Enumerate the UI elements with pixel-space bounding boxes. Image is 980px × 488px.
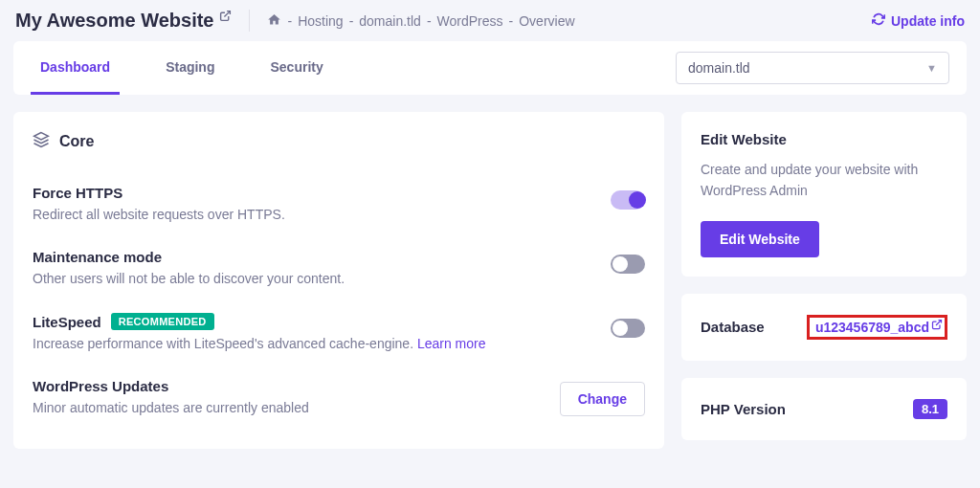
wp-updates-desc: Minor automatic updates are currently en… (33, 400, 560, 415)
litespeed-title: LiteSpeed (33, 314, 101, 330)
php-version-card: PHP Version 8.1 (681, 378, 967, 440)
tab-dashboard[interactable]: Dashboard (31, 41, 120, 95)
breadcrumb: - Hosting - domain.tld - WordPress - Ove… (267, 12, 574, 30)
edit-website-title: Edit Website (701, 131, 947, 147)
external-link-icon (931, 319, 943, 333)
setting-maintenance: Maintenance mode Other users will not be… (33, 235, 645, 299)
edit-website-button[interactable]: Edit Website (701, 221, 819, 257)
core-card: Core Force HTTPS Redirect all website re… (13, 112, 664, 449)
litespeed-toggle[interactable] (611, 319, 645, 338)
domain-select[interactable]: domain.tld ▼ (676, 52, 949, 84)
site-title: My Awesome Website (15, 10, 213, 32)
tabs: Dashboard Staging Security (31, 41, 333, 95)
maintenance-title: Maintenance mode (33, 249, 162, 265)
force-https-toggle[interactable] (611, 190, 645, 210)
breadcrumb-item[interactable]: Overview (519, 13, 574, 29)
tabs-card: Dashboard Staging Security domain.tld ▼ (13, 41, 967, 95)
wp-updates-change-button[interactable]: Change (560, 382, 645, 416)
setting-wp-updates: WordPress Updates Minor automatic update… (33, 365, 645, 430)
domain-selected: domain.tld (688, 60, 750, 76)
home-icon[interactable] (267, 12, 281, 30)
svg-line-2 (936, 320, 942, 325)
breadcrumb-item[interactable]: WordPress (437, 13, 503, 29)
edit-website-card: Edit Website Create and update your webs… (681, 112, 967, 277)
external-link-icon (219, 10, 232, 25)
chevron-down-icon: ▼ (926, 62, 937, 74)
tab-staging[interactable]: Staging (156, 41, 224, 95)
setting-litespeed: LiteSpeed RECOMMENDED Increase performan… (33, 299, 645, 365)
force-https-desc: Redirect all website requests over HTTPS… (33, 207, 611, 222)
php-version-label: PHP Version (701, 401, 786, 417)
database-label: Database (701, 319, 765, 335)
edit-website-desc: Create and update your website with Word… (701, 159, 947, 202)
update-info-label: Update info (891, 13, 965, 29)
recommended-badge: RECOMMENDED (111, 313, 214, 330)
database-card: Database u123456789_abcd (681, 294, 967, 361)
refresh-icon (872, 12, 885, 29)
svg-marker-1 (34, 133, 49, 141)
breadcrumb-item[interactable]: Hosting (298, 13, 343, 29)
setting-force-https: Force HTTPS Redirect all website request… (33, 171, 645, 235)
force-https-title: Force HTTPS (33, 185, 122, 201)
maintenance-toggle[interactable] (611, 255, 645, 274)
update-info-button[interactable]: Update info (872, 12, 965, 29)
breadcrumb-item[interactable]: domain.tld (359, 13, 421, 29)
wp-updates-title: WordPress Updates (33, 378, 168, 394)
core-title: Core (59, 133, 94, 150)
database-link[interactable]: u123456789_abcd (807, 315, 947, 340)
litespeed-desc: Increase performance with LiteSpeed's ad… (33, 336, 611, 351)
maintenance-desc: Other users will not be able to discover… (33, 271, 611, 286)
database-value: u123456789_abcd (815, 320, 929, 335)
site-title-wrap[interactable]: My Awesome Website (15, 10, 250, 32)
layers-icon (33, 131, 50, 152)
php-version-badge: 8.1 (913, 399, 947, 419)
tab-security[interactable]: Security (260, 41, 332, 95)
litespeed-learn-more[interactable]: Learn more (417, 336, 486, 351)
svg-line-0 (225, 11, 231, 16)
